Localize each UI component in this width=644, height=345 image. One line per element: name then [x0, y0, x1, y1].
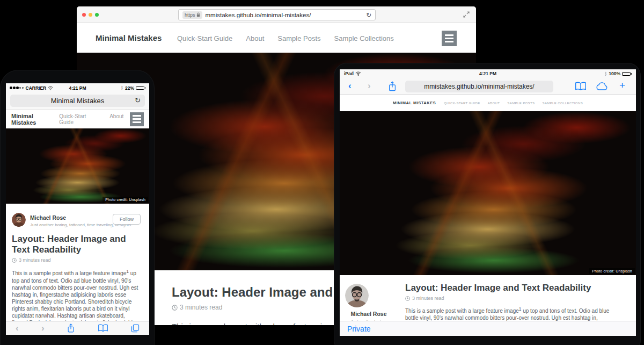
url-text: mmistakes.github.io/minimal-mistakes/ — [206, 12, 366, 18]
clock-icon — [12, 258, 17, 263]
post-title: Layout: Header Image and Text Readabilit… — [12, 234, 142, 255]
zoom-window-button[interactable] — [95, 13, 99, 17]
composite-canvas: https mmistakes.github.io/minimal-mistak… — [0, 0, 644, 345]
author-sidebar: Michael Rose Just another boring, tattoo… — [345, 284, 392, 321]
nav-link-about[interactable]: About — [109, 113, 123, 125]
close-window-button[interactable] — [82, 13, 86, 17]
iphone-status-bar: CARRIER 4:21 PM ᛒ 22% — [6, 83, 149, 92]
back-button[interactable]: ‹ — [16, 324, 19, 333]
nav-link-quick-start-guide[interactable]: Quick-Start Guide — [59, 113, 101, 125]
https-label: https — [185, 12, 195, 18]
nav-link-quick-start-guide[interactable]: Quick-Start Guide — [177, 34, 232, 42]
nav-link-sample-posts[interactable]: Sample Posts — [277, 34, 320, 42]
iphone-device-frame: CARRIER 4:21 PM ᛒ 22% Minimal Mistakes — [0, 70, 155, 345]
url-text: mmistakes.github.io/minimal-mistakes/ — [424, 83, 534, 90]
fullscreen-icon[interactable] — [463, 11, 470, 18]
ipad-status-bar: iPad 4:21 PM ᛒ 100% — [340, 69, 636, 78]
nav-link-sample-posts[interactable]: SAMPLE POSTS — [507, 102, 535, 105]
private-browsing-bar: Private — [340, 321, 636, 336]
lock-icon — [196, 12, 200, 17]
address-bar[interactable]: Minimal Mistakes ↻ — [10, 95, 145, 107]
battery-percent: 22% — [125, 85, 134, 91]
menu-hamburger-button[interactable] — [130, 112, 144, 126]
avatar — [12, 213, 26, 227]
new-tab-icon[interactable]: + — [619, 80, 625, 91]
read-time-label: 3 minutes read — [19, 257, 51, 263]
ipad-device-frame: iPad 4:21 PM ᛒ 100% ‹ › — [334, 63, 641, 345]
desktop-browser-toolbar: https mmistakes.github.io/minimal-mistak… — [77, 6, 476, 23]
tabs-icon[interactable] — [131, 324, 140, 333]
address-bar[interactable]: mmistakes.github.io/minimal-mistakes/ — [405, 81, 553, 92]
photo-credit-label: Photo credit: Unsplash — [589, 268, 635, 274]
share-icon[interactable] — [67, 324, 75, 333]
post-paragraph-1: This is a sample post with a large featu… — [12, 268, 142, 321]
iphone-screen: CARRIER 4:21 PM ᛒ 22% Minimal Mistakes — [6, 83, 149, 335]
https-badge: https — [182, 11, 202, 19]
ipad-post-content: Michael Rose Just another boring, tattoo… — [340, 275, 636, 321]
read-time-label: 3 minutes read — [180, 304, 222, 311]
post-main-column: Layout: Header Image and Text Readabilit… — [405, 283, 618, 321]
safari-urlbar: Minimal Mistakes ↻ — [6, 92, 149, 110]
bluetooth-icon: ᛒ — [604, 71, 607, 76]
author-name: Michael Rose — [345, 311, 392, 317]
site-nav-links: Quick-Start Guide About — [59, 113, 123, 125]
back-button[interactable]: ‹ — [348, 81, 352, 91]
site-brand-link[interactable]: Minimal Mistakes — [96, 33, 162, 42]
share-icon[interactable] — [388, 81, 397, 92]
url-title: Minimal Mistakes — [51, 97, 105, 105]
clock-icon — [405, 296, 410, 301]
bluetooth-icon: ᛒ — [121, 85, 123, 90]
minimize-window-button[interactable] — [89, 13, 92, 17]
nav-link-about[interactable]: ABOUT — [488, 102, 500, 105]
bookmarks-icon[interactable] — [98, 324, 108, 332]
author-row: Michael Rose Just another boring, tattoo… — [12, 212, 142, 227]
refresh-icon[interactable]: ↻ — [135, 96, 141, 104]
feature-image-leaves: Photo credit: Unsplash — [6, 128, 149, 204]
post-paragraph: This is a sample post with a large featu… — [405, 306, 618, 321]
status-time: 4:21 PM — [340, 71, 636, 76]
refresh-icon[interactable]: ↻ — [366, 12, 371, 18]
safari-toolbar: ‹ › mmistakes.github.io/minimal-mistakes… — [340, 78, 636, 95]
avatar — [345, 284, 392, 307]
nav-link-sample-collections[interactable]: Sample Collections — [334, 34, 394, 42]
post-meta: 3 minutes read — [12, 257, 142, 263]
iphone-site-masthead: Minimal Mistakes Quick-Start Guide About — [6, 110, 149, 128]
site-brand-link[interactable]: Minimal Mistakes — [11, 113, 59, 126]
iphone-post-content: Michael Rose Just another boring, tattoo… — [6, 204, 149, 321]
read-time-label: 3 minutes read — [412, 296, 444, 301]
ipad-site-masthead: MINIMAL MISTAKES QUICK-START GUIDE ABOUT… — [340, 95, 636, 111]
battery-icon — [622, 72, 632, 76]
private-button[interactable]: Private — [347, 325, 371, 333]
address-bar[interactable]: https mmistakes.github.io/minimal-mistak… — [178, 9, 376, 20]
bookmarks-icon[interactable] — [575, 82, 587, 91]
clock-icon — [172, 305, 178, 311]
nav-link-about[interactable]: About — [246, 34, 264, 42]
post-meta: 3 minutes read — [405, 296, 618, 301]
feature-image-leaves: Photo credit: Unsplash — [340, 111, 636, 275]
post-title: Layout: Header Image and Text Readabilit… — [405, 283, 618, 293]
nav-link-quick-start-guide[interactable]: QUICK-START GUIDE — [444, 102, 480, 105]
follow-button[interactable]: Follow — [113, 214, 141, 225]
window-controls — [82, 13, 99, 17]
battery-percent: 100% — [609, 71, 620, 76]
site-nav-links: Quick-Start Guide About Sample Posts Sam… — [177, 34, 394, 42]
photo-credit-label: Photo credit: Unsplash — [103, 197, 148, 203]
forward-button[interactable]: › — [41, 324, 45, 333]
site-nav-links: QUICK-START GUIDE ABOUT SAMPLE POSTS SAM… — [444, 102, 583, 105]
ipad-screen: iPad 4:21 PM ᛒ 100% ‹ › — [340, 69, 636, 336]
safari-bottom-toolbar: ‹ › — [6, 321, 149, 335]
icloud-tabs-icon[interactable] — [595, 82, 608, 91]
desktop-site-masthead: Minimal Mistakes Quick-Start Guide About… — [77, 24, 476, 53]
author-name: Michael Rose — [30, 214, 66, 221]
nav-link-sample-collections[interactable]: SAMPLE COLLECTIONS — [542, 102, 583, 105]
battery-icon — [136, 86, 145, 90]
site-brand-link[interactable]: MINIMAL MISTAKES — [393, 100, 436, 105]
menu-hamburger-button[interactable] — [442, 31, 457, 46]
forward-button[interactable]: › — [368, 81, 371, 91]
